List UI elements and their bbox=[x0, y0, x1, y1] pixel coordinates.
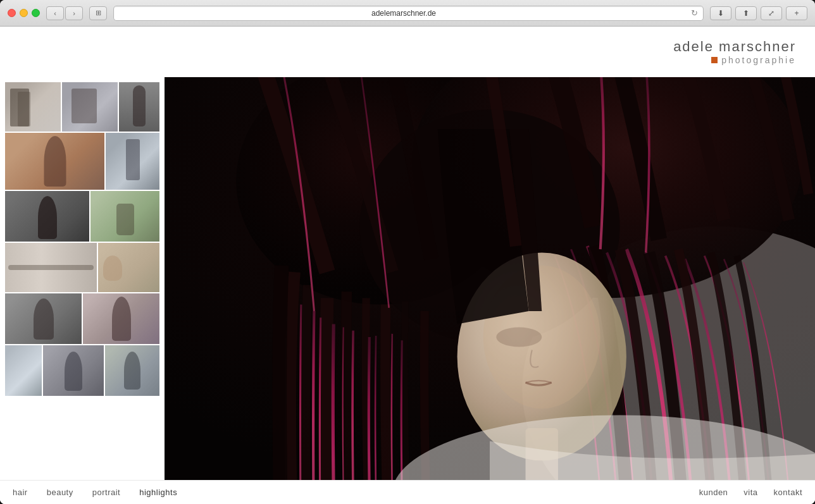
site-nav: hair beauty portrait highlights kunden v… bbox=[0, 480, 815, 504]
tab-overview-button[interactable]: ⊞ bbox=[89, 6, 107, 20]
close-button[interactable] bbox=[8, 9, 16, 17]
share-button[interactable]: ⬆ bbox=[735, 6, 757, 20]
list-item[interactable] bbox=[5, 191, 89, 242]
nav-item-kontakt[interactable]: kontakt bbox=[774, 488, 802, 497]
forward-button[interactable]: › bbox=[65, 6, 83, 20]
list-item[interactable] bbox=[119, 82, 159, 132]
minimize-button[interactable] bbox=[20, 9, 28, 17]
website-content: adele marschner photographie bbox=[0, 27, 815, 504]
logo-subtitle: photographie bbox=[673, 55, 796, 65]
site-header: adele marschner photographie bbox=[0, 27, 815, 77]
nav-buttons: ‹ › bbox=[46, 6, 83, 20]
list-item[interactable] bbox=[83, 293, 159, 344]
nav-item-portrait[interactable]: portrait bbox=[92, 488, 120, 497]
browser-actions: ⬇ ⬆ ⤢ + bbox=[710, 6, 807, 20]
address-bar[interactable]: adelemarschner.de ↻ bbox=[113, 6, 704, 21]
thumb-row-3 bbox=[5, 191, 159, 242]
logo-photo-text: photographie bbox=[721, 55, 796, 65]
list-item[interactable] bbox=[5, 293, 82, 344]
list-item[interactable] bbox=[5, 243, 97, 292]
hero-image-area bbox=[165, 77, 815, 480]
thumb-row-1 bbox=[5, 82, 159, 132]
nav-item-vita[interactable]: vita bbox=[743, 488, 757, 497]
hero-svg bbox=[165, 77, 815, 480]
fullscreen-button[interactable] bbox=[32, 9, 40, 17]
nav-item-beauty[interactable]: beauty bbox=[47, 488, 73, 497]
thumb-row-4 bbox=[5, 243, 159, 292]
thumb-row-6 bbox=[5, 345, 159, 396]
thumb-row-5 bbox=[5, 293, 159, 344]
list-item[interactable] bbox=[98, 243, 159, 292]
nav-item-kunden[interactable]: kunden bbox=[699, 488, 728, 497]
list-item[interactable] bbox=[5, 133, 104, 190]
nav-left: hair beauty portrait highlights bbox=[13, 488, 699, 497]
browser-chrome: ‹ › ⊞ adelemarschner.de ↻ ⬇ ⬆ ⤢ + bbox=[0, 0, 815, 27]
list-item[interactable] bbox=[105, 345, 159, 396]
traffic-lights bbox=[8, 9, 40, 17]
hero-image bbox=[165, 77, 815, 480]
nav-item-hair[interactable]: hair bbox=[13, 488, 28, 497]
site-main bbox=[0, 77, 815, 480]
list-item[interactable] bbox=[43, 345, 104, 396]
back-button[interactable]: ‹ bbox=[46, 6, 64, 20]
download-button[interactable]: ⬇ bbox=[710, 6, 731, 20]
logo-name: adele marschner bbox=[673, 39, 796, 55]
list-item[interactable] bbox=[90, 191, 159, 242]
list-item[interactable] bbox=[62, 82, 118, 132]
list-item[interactable] bbox=[5, 82, 61, 132]
list-item[interactable] bbox=[106, 133, 159, 190]
url-display: adelemarschner.de bbox=[119, 9, 688, 18]
refresh-button[interactable]: ↻ bbox=[691, 8, 698, 18]
add-tab-button[interactable]: + bbox=[786, 6, 807, 20]
list-item[interactable] bbox=[5, 345, 42, 396]
logo-accent-square bbox=[711, 57, 718, 63]
svg-point-7 bbox=[496, 328, 542, 347]
browser-window: ‹ › ⊞ adelemarschner.de ↻ ⬇ ⬆ ⤢ + adele … bbox=[0, 0, 815, 504]
thumb-row-2 bbox=[5, 133, 159, 190]
thumbnail-sidebar bbox=[0, 77, 165, 480]
nav-item-highlights[interactable]: highlights bbox=[139, 488, 177, 497]
nav-right: kunden vita kontakt bbox=[699, 488, 802, 497]
logo-area: adele marschner photographie bbox=[673, 39, 796, 65]
expand-button[interactable]: ⤢ bbox=[761, 6, 782, 20]
